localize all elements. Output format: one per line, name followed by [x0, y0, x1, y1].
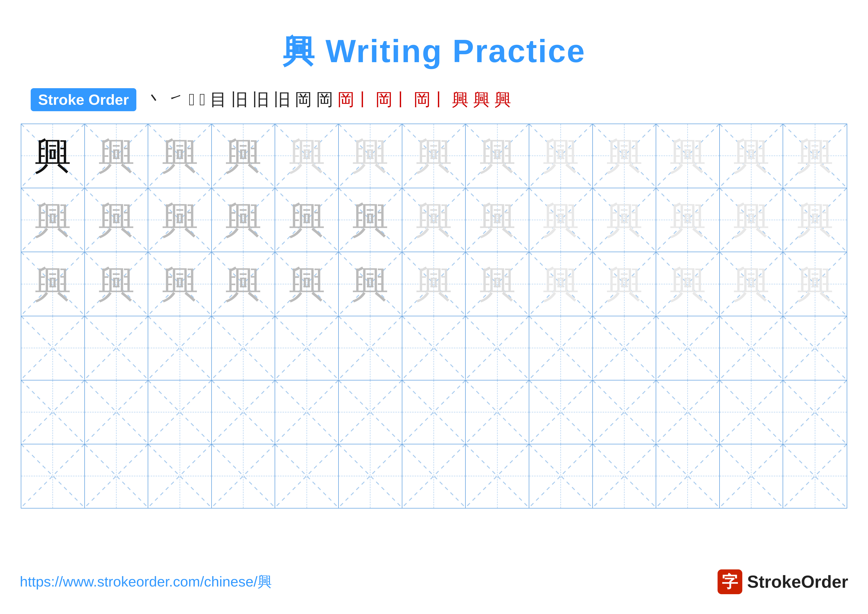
- grid-cell[interactable]: [529, 445, 593, 508]
- page: 興 Writing Practice Stroke Order 丶 ㇀ 𠃍 𠃊 …: [0, 0, 868, 614]
- grid-cell[interactable]: [593, 445, 656, 508]
- grid-cell[interactable]: 興: [783, 252, 847, 316]
- grid-cell[interactable]: [656, 445, 720, 508]
- grid-cell[interactable]: 興: [529, 188, 593, 252]
- grid-cell[interactable]: [339, 445, 402, 508]
- grid-cell[interactable]: [656, 381, 720, 444]
- grid-cell[interactable]: [275, 381, 339, 444]
- grid-cell[interactable]: [593, 316, 656, 380]
- grid-cell[interactable]: [339, 381, 402, 444]
- grid-cell[interactable]: [212, 445, 275, 508]
- grid-cell[interactable]: 興: [148, 252, 212, 316]
- grid-cell[interactable]: [212, 316, 275, 380]
- grid-cell[interactable]: 興: [85, 124, 149, 188]
- svg-line-78: [21, 316, 84, 379]
- svg-line-99: [656, 316, 719, 379]
- grid-cell[interactable]: [275, 316, 339, 380]
- grid-cell[interactable]: 興: [212, 124, 275, 188]
- grid-cell[interactable]: 興: [148, 124, 212, 188]
- svg-line-95: [529, 316, 592, 379]
- grid-cell[interactable]: [21, 445, 85, 508]
- svg-line-155: [783, 445, 847, 508]
- grid-cell[interactable]: [21, 381, 85, 444]
- grid-cell[interactable]: 興: [402, 252, 466, 316]
- grid-cell[interactable]: [466, 316, 529, 380]
- svg-line-117: [402, 381, 465, 444]
- svg-line-110: [212, 381, 275, 444]
- grid-cell[interactable]: 興: [275, 252, 339, 316]
- grid-cell[interactable]: 興: [339, 124, 402, 188]
- svg-line-139: [275, 445, 338, 507]
- grid-cell[interactable]: 興: [783, 188, 847, 252]
- grid-cell[interactable]: [656, 316, 720, 380]
- grid-cell[interactable]: 興: [275, 124, 339, 188]
- grid-cell[interactable]: 興: [656, 124, 720, 188]
- grid-cell[interactable]: 興: [275, 188, 339, 252]
- grid-cell[interactable]: 興: [720, 188, 783, 252]
- grid-cell[interactable]: 興: [85, 252, 149, 316]
- practice-char: 興: [669, 266, 706, 303]
- practice-char: 興: [669, 137, 706, 174]
- svg-line-106: [85, 381, 148, 444]
- practice-char: 興: [797, 266, 834, 303]
- grid-cell[interactable]: [212, 381, 275, 444]
- grid-cell[interactable]: 興: [720, 124, 783, 188]
- grid-cell[interactable]: 興: [402, 124, 466, 188]
- grid-cell[interactable]: [783, 316, 847, 380]
- grid-cell[interactable]: 興: [529, 252, 593, 316]
- grid-cell[interactable]: 興: [466, 188, 529, 252]
- practice-char: 興: [606, 266, 643, 303]
- grid-cell[interactable]: [85, 445, 149, 508]
- grid-cell[interactable]: [783, 381, 847, 444]
- grid-cell[interactable]: 興: [720, 252, 783, 316]
- grid-cell[interactable]: 興: [656, 252, 720, 316]
- footer-url[interactable]: https://www.strokeorder.com/chinese/興: [20, 572, 272, 591]
- grid-cell[interactable]: 興: [593, 188, 656, 252]
- grid-cell[interactable]: [466, 445, 529, 508]
- grid-cell[interactable]: 興: [783, 124, 847, 188]
- stroke-step-7: 旧: [253, 89, 269, 111]
- grid-cell[interactable]: [529, 316, 593, 380]
- grid-cell[interactable]: [402, 316, 466, 380]
- grid-cell[interactable]: 興: [339, 188, 402, 252]
- grid-cell[interactable]: [85, 316, 149, 380]
- svg-line-128: [783, 381, 847, 444]
- grid-cell[interactable]: 興: [212, 252, 275, 316]
- grid-cell[interactable]: [339, 316, 402, 380]
- grid-cell[interactable]: 興: [529, 124, 593, 188]
- grid-cell[interactable]: [148, 381, 212, 444]
- practice-char: 興: [606, 201, 643, 238]
- grid-cell[interactable]: [783, 445, 847, 508]
- grid-cell[interactable]: [148, 445, 212, 508]
- grid-cell[interactable]: [466, 381, 529, 444]
- grid-cell[interactable]: 興: [466, 252, 529, 316]
- grid-cell[interactable]: 興: [402, 188, 466, 252]
- grid-cell[interactable]: 興: [212, 188, 275, 252]
- grid-cell[interactable]: 興: [21, 124, 85, 188]
- grid-cell[interactable]: [85, 381, 149, 444]
- svg-line-140: [339, 445, 402, 507]
- grid-cell[interactable]: [720, 445, 783, 508]
- grid-cell[interactable]: [148, 316, 212, 380]
- grid-cell[interactable]: 興: [85, 188, 149, 252]
- grid-cell[interactable]: 興: [21, 252, 85, 316]
- grid-cell[interactable]: [21, 316, 85, 380]
- grid-cell[interactable]: [402, 445, 466, 508]
- grid-cell[interactable]: 興: [21, 188, 85, 252]
- grid-cell[interactable]: 興: [593, 252, 656, 316]
- svg-line-147: [529, 445, 592, 507]
- grid-cell[interactable]: [529, 381, 593, 444]
- grid-cell[interactable]: [593, 381, 656, 444]
- grid-cell[interactable]: 興: [339, 252, 402, 316]
- svg-line-130: [21, 445, 84, 507]
- stroke-step-3: 𠃍: [189, 90, 195, 109]
- grid-cell[interactable]: 興: [593, 124, 656, 188]
- grid-cell[interactable]: [720, 316, 783, 380]
- grid-cell[interactable]: [402, 381, 466, 444]
- grid-cell[interactable]: [275, 445, 339, 508]
- grid-cell[interactable]: 興: [466, 124, 529, 188]
- grid-cell[interactable]: 興: [656, 188, 720, 252]
- grid-cell[interactable]: [720, 381, 783, 444]
- svg-line-143: [402, 445, 465, 507]
- grid-cell[interactable]: 興: [148, 188, 212, 252]
